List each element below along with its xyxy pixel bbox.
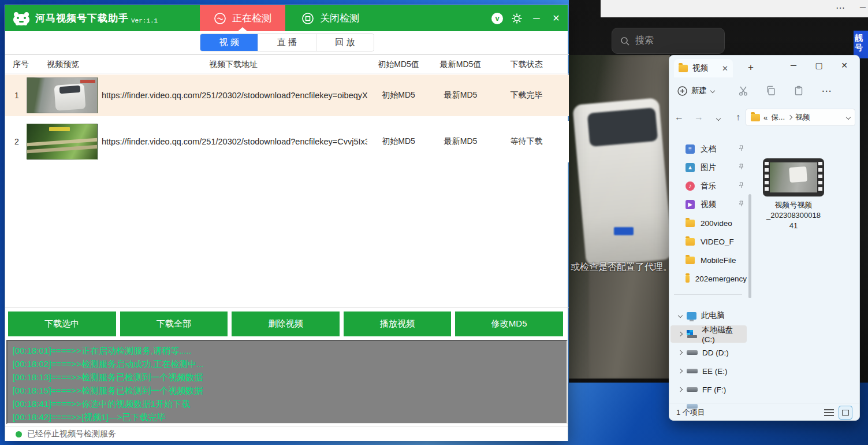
minimize-icon[interactable]: ─ xyxy=(781,55,806,75)
row-index: 1 xyxy=(5,75,28,116)
copy-icon[interactable] xyxy=(757,86,785,96)
breadcrumb-current[interactable]: 视频 xyxy=(795,112,810,123)
chevron-right-icon[interactable] xyxy=(678,369,683,373)
forward-icon[interactable]: → xyxy=(689,112,709,123)
history-chevron-icon[interactable] xyxy=(709,112,728,123)
log-line: [00:18:42]====>>[视频1]—>已下载完毕 xyxy=(13,410,561,424)
file-item[interactable]: 视频号视频 _202308300018 41 xyxy=(756,158,831,231)
chevron-down-icon[interactable] xyxy=(846,115,851,120)
content-tabs: 视 频 直 播 回 放 xyxy=(200,34,374,51)
close-icon[interactable]: ✕ xyxy=(549,12,563,25)
initial-md5: 初始MD5 xyxy=(369,121,428,162)
log-line: [00:18:13]====>>检测服务已检测到一个视频数据 xyxy=(13,370,561,384)
sidebar-item-drive-c[interactable]: 本地磁盘 (C:) xyxy=(670,325,747,343)
more-icon[interactable]: ⋯ xyxy=(836,2,846,13)
download-all-button[interactable]: 下载全部 xyxy=(120,312,228,336)
close-icon[interactable]: ✕ xyxy=(832,55,857,75)
folder-icon xyxy=(686,275,690,283)
car-window-shape xyxy=(587,107,658,147)
search-input[interactable]: 搜索 xyxy=(612,28,725,54)
video-thumbnail[interactable] xyxy=(27,77,98,113)
paste-icon[interactable] xyxy=(785,86,813,96)
update-icon[interactable]: v xyxy=(490,12,504,25)
sidebar-scrollbar[interactable] xyxy=(748,139,751,399)
file-name: 视频号视频 _202308300018 41 xyxy=(756,200,831,231)
chevron-right-icon[interactable] xyxy=(678,350,683,355)
videos-icon: ▶ xyxy=(686,200,695,209)
sidebar-item-folder[interactable]: 202emergency xyxy=(670,270,747,287)
close-tab-icon[interactable]: ✕ xyxy=(722,64,728,73)
row-index: 2 xyxy=(5,121,28,162)
thumb-watermark xyxy=(80,80,95,83)
sidebar-item-drive-d[interactable]: DD (D:) xyxy=(670,344,747,361)
log-line: [00:18:01]====>>正在启动检测服务,请稍等..... xyxy=(13,344,561,357)
more-icon[interactable]: ⋯ xyxy=(813,85,840,97)
stop-detect-icon xyxy=(301,12,314,25)
modify-md5-button[interactable]: 修改MD5 xyxy=(455,312,563,336)
explorer-tab[interactable]: 视频 ✕ xyxy=(674,59,733,77)
close-detect-button[interactable]: 关闭检测 xyxy=(286,5,374,31)
log-console[interactable]: [00:18:01]====>>正在启动检测服务,请稍等..... [00:18… xyxy=(6,340,568,424)
sidebar-item-videos[interactable]: ▶ 视频 xyxy=(670,196,747,213)
pictures-icon: ▲ xyxy=(686,163,695,172)
col-preview: 视频预览 xyxy=(47,60,79,70)
up-icon[interactable]: ↑ xyxy=(728,112,748,123)
play-video-button[interactable]: 播放视频 xyxy=(344,312,452,336)
pin-icon xyxy=(738,145,744,151)
new-tab-button[interactable]: + xyxy=(743,60,758,75)
sidebar-item-drive-f[interactable]: FF (F:) xyxy=(670,381,747,398)
plus-circle-icon xyxy=(677,86,687,96)
download-status: 下载完毕 xyxy=(493,75,560,116)
sidebar-item-drive-e[interactable]: EE (E:) xyxy=(670,362,747,380)
address-box[interactable]: « 保... 视频 xyxy=(746,109,855,126)
explorer-statusbar: 1 个项目 xyxy=(669,403,859,421)
new-button[interactable]: 新建 xyxy=(677,86,714,96)
music-icon: ♪ xyxy=(686,181,695,191)
window-controls: v ─ ✕ xyxy=(490,5,563,31)
breadcrumb-parent[interactable]: 保... xyxy=(771,112,785,123)
cut-icon[interactable] xyxy=(729,86,757,96)
log-line: [00:18:15]====>>检测服务已检测到一个视频数据 xyxy=(13,384,561,397)
delete-video-button[interactable]: 删除视频 xyxy=(232,312,340,336)
minimize-icon[interactable]: ─ xyxy=(860,2,866,12)
download-status: 等待下载 xyxy=(493,121,560,162)
sidebar-item-folder[interactable]: VIDEO_F xyxy=(670,233,747,250)
large-icons-view-icon[interactable] xyxy=(839,406,852,420)
chevron-right-icon[interactable] xyxy=(678,332,683,336)
sidebar-item-folder[interactable]: MobileFile xyxy=(670,251,747,269)
log-line: [00:18:41]====>>你选中的视频数据1开始下载 xyxy=(13,397,561,410)
sidebar-item-pictures[interactable]: ▲ 图片 xyxy=(670,159,747,176)
thumb-bridge-shape xyxy=(27,138,98,146)
chevron-down-icon[interactable] xyxy=(678,313,683,318)
maximize-icon[interactable]: ▢ xyxy=(806,55,832,75)
tab-video[interactable]: 视 频 xyxy=(200,34,258,51)
download-selected-button[interactable]: 下载选中 xyxy=(8,312,116,336)
table-row[interactable]: 1 https://finder.video.qq.com/251/20302/… xyxy=(5,75,569,116)
tab-live[interactable]: 直 播 xyxy=(258,34,316,51)
thumb-glass-shape xyxy=(59,86,81,94)
table-row[interactable]: 2 https://finder.video.qq.com/251/20302/… xyxy=(5,121,569,162)
proxy-hint-text: 或检查是否配置了代理。 xyxy=(571,261,672,273)
sidebar-item-documents[interactable]: ≡ 文档 xyxy=(670,140,747,158)
sidebar-item-this-pc[interactable]: 此电脑 xyxy=(670,307,747,324)
tab-replay[interactable]: 回 放 xyxy=(316,34,374,51)
chevron-right-icon[interactable] xyxy=(678,387,683,392)
promo-badge: 靓号 xyxy=(854,31,868,58)
breadcrumb-overflow[interactable]: « xyxy=(763,113,768,122)
sidebar-item-folder[interactable]: 200video xyxy=(670,214,747,232)
explorer-window-controls: ─ ▢ ✕ xyxy=(781,55,857,75)
minimize-icon[interactable]: ─ xyxy=(530,12,543,25)
explorer-toolbar: 新建 ⋯ xyxy=(669,77,859,104)
folder-icon xyxy=(751,114,760,121)
drive-icon xyxy=(687,350,698,355)
details-view-icon[interactable] xyxy=(824,409,834,416)
desktop: ⋯ ─ 搜索 靓号 或检查是否配置了代理。 xyxy=(0,0,868,445)
sidebar-item-music[interactable]: ♪ 音乐 xyxy=(670,177,747,195)
video-thumbnail[interactable] xyxy=(27,124,98,160)
table-header: 序号 视频预览 视频下载地址 初始MD5值 最新MD5值 下载状态 xyxy=(5,54,569,73)
gear-icon[interactable] xyxy=(510,12,524,25)
back-icon[interactable]: ← xyxy=(669,112,689,123)
folder-icon xyxy=(679,65,688,72)
drive-icon xyxy=(687,369,698,373)
col-md5-latest: 最新MD5值 xyxy=(428,60,493,70)
